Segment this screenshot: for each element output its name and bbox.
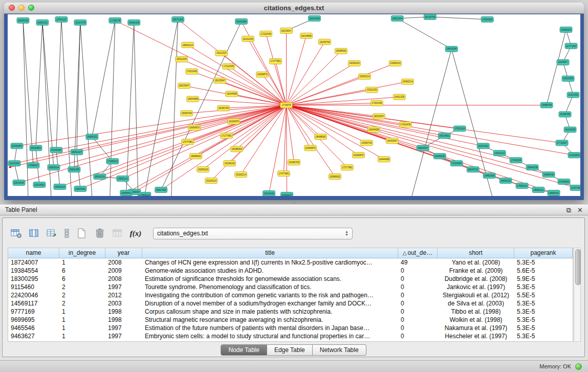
graph-node[interactable]: 15902395 [68, 167, 80, 172]
graph-node[interactable]: 17177981 [221, 133, 233, 139]
create-table-icon[interactable] [75, 227, 89, 240]
graph-node[interactable]: 15455769 [288, 160, 300, 165]
graph-node[interactable]: 15314660 [263, 191, 275, 196]
graph-node[interactable]: 16266870 [256, 72, 269, 77]
graph-node[interactable]: 15200214 [235, 172, 247, 178]
column-header-pagerank[interactable]: pagerank [514, 248, 573, 258]
graph-node[interactable]: 14513359 [562, 76, 574, 81]
citation-edge-red[interactable] [56, 105, 287, 150]
graph-node[interactable]: 17433226 [510, 158, 522, 163]
graph-node[interactable]: 11431692 [567, 92, 579, 98]
tab-node-table[interactable]: Node Table [221, 344, 267, 356]
graph-node[interactable]: 19482005 [483, 173, 495, 179]
graph-node[interactable]: 16211325 [242, 36, 254, 41]
column-header-name[interactable]: name [8, 248, 59, 258]
graph-node[interactable]: 18130795 [424, 14, 436, 19]
citation-edge-black[interactable] [80, 23, 92, 196]
graph-node[interactable]: 15155769 [217, 105, 230, 111]
graph-node[interactable]: 15146184 [50, 147, 62, 153]
graph-node[interactable]: 17377981 [341, 165, 353, 170]
citation-edge-red[interactable] [14, 105, 287, 164]
citation-edge-red[interactable] [19, 105, 287, 183]
graph-node[interactable]: 18163384 [235, 18, 248, 24]
graph-node[interactable]: 16210009 [564, 127, 576, 133]
citation-edge-black[interactable] [36, 23, 42, 148]
citation-edge-black[interactable] [42, 23, 54, 167]
graph-node[interactable]: 19302047 [281, 192, 293, 196]
citation-edge-black[interactable] [397, 18, 451, 49]
graph-node[interactable]: 12777260 [565, 43, 577, 49]
table-row[interactable]: 1830029562008Estimation of significance … [8, 275, 573, 283]
graph-node[interactable]: 18433547 [386, 138, 398, 144]
graph-node[interactable]: 15400214 [401, 79, 413, 84]
graph-node[interactable]: 19344658 [367, 127, 380, 133]
graph-node[interactable]: 18488092 [314, 134, 326, 140]
graph-node[interactable]: 20360059 [11, 143, 23, 149]
graph-node[interactable]: 18388092 [329, 174, 341, 180]
citation-edge-red[interactable] [287, 42, 325, 105]
graph-node[interactable]: 10634343 [13, 180, 25, 186]
table-row[interactable]: 911546021997Tourette syndrome. Phenomeno… [8, 283, 573, 291]
graph-node[interactable]: 20766552 [558, 179, 570, 185]
graph-node[interactable]: 16055322 [86, 134, 98, 140]
graph-node[interactable]: 16961428 [128, 19, 140, 25]
graph-node[interactable]: 16322114 [493, 150, 506, 156]
graph-node[interactable]: 17277981 [270, 58, 282, 64]
graph-node[interactable]: 17998437 [27, 163, 39, 168]
graph-node[interactable]: 17422436 [399, 122, 411, 127]
row-tools-icon[interactable] [63, 227, 71, 240]
graph-node[interactable]: 18133547 [214, 78, 226, 83]
graph-node[interactable]: 16605202 [499, 178, 512, 184]
citation-edge-black[interactable] [430, 17, 487, 19]
graph-node[interactable]: 19199103 [224, 161, 236, 166]
network-graph[interactable]: 1605515916402131157611221615727817135278… [8, 14, 580, 196]
graph-node[interactable]: 16157278 [74, 19, 86, 25]
tab-network-table[interactable]: Network Table [313, 344, 366, 356]
graph-node[interactable]: 16466870 [304, 145, 316, 151]
graph-node[interactable]: 19044658 [187, 96, 199, 102]
graph-node[interactable]: 15055769 [181, 111, 193, 116]
graph-node[interactable]: 12610651 [33, 182, 46, 188]
graph-node[interactable]: 15950122 [117, 176, 129, 182]
graph-node[interactable]: 18088092 [190, 154, 202, 159]
table-row[interactable]: 1872400712008Changes of HCN gene express… [8, 258, 573, 267]
graph-node[interactable]: 21877664 [570, 185, 580, 191]
table-row[interactable]: 1938455462009Genome-wide association stu… [8, 267, 573, 275]
citation-edge-red[interactable] [194, 105, 287, 128]
graph-node[interactable]: 1724074 [280, 102, 293, 108]
graph-node[interactable]: 15950004 [560, 27, 572, 32]
graph-node[interactable]: 19643294 [445, 46, 458, 52]
graph-node[interactable]: 19444658 [378, 157, 390, 162]
graph-node[interactable]: 15308785 [559, 112, 571, 117]
graph-node[interactable]: 17660210 [139, 192, 151, 196]
citation-edge-red[interactable] [287, 105, 549, 175]
citation-edge-black[interactable] [92, 20, 115, 137]
graph-node[interactable]: 19299103 [348, 60, 360, 66]
column-header-short[interactable]: short [438, 248, 514, 258]
graph-node[interactable]: 15761122 [55, 16, 68, 22]
graph-node[interactable]: 15300214 [358, 74, 371, 79]
graph-node[interactable]: 17554300 [481, 16, 493, 22]
citation-edge-red[interactable] [287, 105, 294, 163]
graph-node[interactable]: 15824347 [417, 145, 429, 151]
graph-node[interactable]: 18333547 [373, 114, 385, 119]
graph-node[interactable]: 16642439 [308, 15, 320, 21]
citation-edge-black[interactable] [134, 23, 138, 196]
graph-node[interactable]: 15672325 [172, 16, 184, 22]
graph-node[interactable]: 17710407 [556, 140, 568, 146]
graph-node[interactable]: 15958759 [540, 102, 553, 108]
function-builder-icon[interactable]: f(x) [129, 227, 142, 240]
graph-node[interactable]: 18905112 [532, 187, 545, 193]
citation-edge-black[interactable] [547, 30, 566, 105]
graph-node[interactable]: 17022436 [186, 69, 198, 74]
float-panel-icon[interactable]: ⧉ [567, 207, 571, 213]
minimize-window-button[interactable] [18, 5, 25, 11]
citation-edge-red[interactable] [287, 105, 287, 195]
network-table-selector[interactable]: citations_edges.txt ▲▼ [153, 228, 353, 239]
graph-node[interactable]: 9244347 [557, 59, 569, 65]
graph-node[interactable]: 19399103 [389, 60, 401, 66]
table-row[interactable]: 977716911998Corpus callosum shape and si… [8, 308, 573, 316]
graph-node[interactable]: 17122436 [223, 63, 235, 69]
graph-node[interactable]: 18233547 [280, 28, 293, 33]
table-row[interactable]: 946554611997Estimation of the future num… [8, 324, 573, 332]
